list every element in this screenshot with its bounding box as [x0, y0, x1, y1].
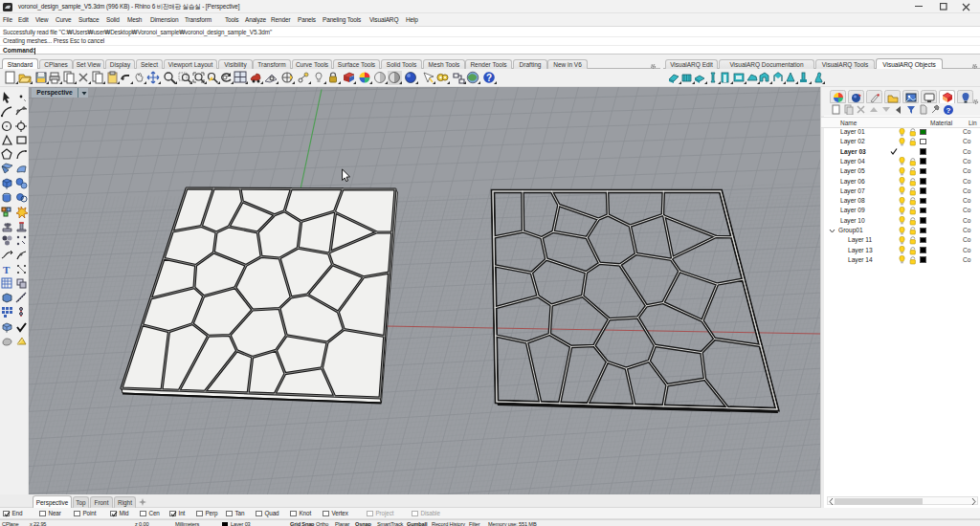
svg-text:T: T: [3, 264, 11, 275]
svg-text:?: ?: [486, 73, 492, 83]
svg-text:?: ?: [947, 106, 951, 115]
